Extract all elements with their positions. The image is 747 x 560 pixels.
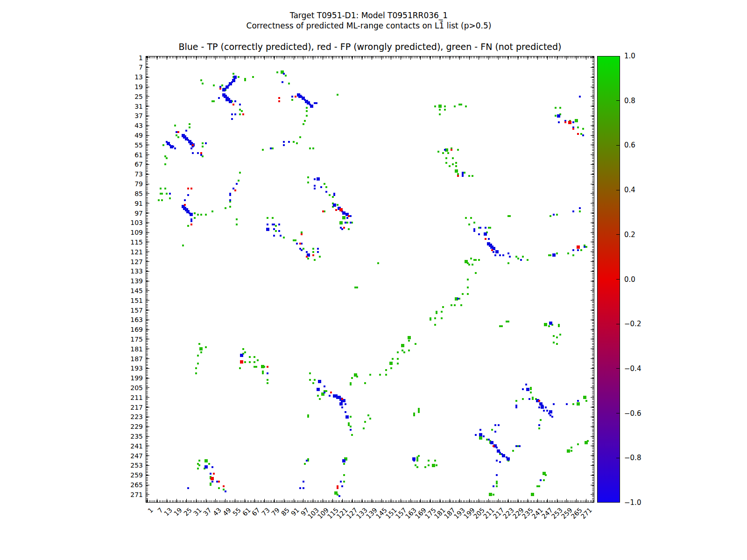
- x-major-tick: [294, 56, 294, 60]
- x-major-tick: [566, 56, 567, 60]
- data-point-tp_blue: [205, 142, 207, 144]
- data-point-tp_blue: [282, 81, 283, 83]
- data-point-tp_blue: [324, 385, 325, 387]
- data-point-fn_green: [177, 136, 179, 138]
- data-point-fn_green: [367, 414, 369, 416]
- data-point-tp_blue: [190, 213, 193, 216]
- data-point-fp_red: [211, 477, 214, 480]
- x-major-tick: [401, 56, 401, 60]
- data-point-tp_blue: [493, 485, 494, 487]
- data-point-fp_red: [330, 392, 332, 393]
- data-point-fn_green: [164, 163, 166, 165]
- data-point-tp_blue: [267, 224, 268, 225]
- y-tick-label: 205: [110, 384, 143, 392]
- data-point-fn_green: [262, 372, 264, 374]
- data-point-tp_blue: [218, 97, 220, 99]
- data-point-tp_blue: [526, 388, 529, 391]
- data-point-tp_blue: [291, 96, 293, 98]
- y-tick-label: 1: [110, 54, 143, 62]
- data-point-fn_green: [439, 113, 441, 115]
- data-point-tp_blue: [190, 147, 192, 149]
- data-point-tp_blue: [283, 141, 285, 143]
- data-point-fp_red: [337, 487, 338, 489]
- minor-ticks-top: [146, 56, 594, 58]
- data-point-tp_blue: [317, 251, 319, 253]
- data-point-fn_green: [198, 464, 200, 466]
- x-major-tick: [186, 56, 187, 60]
- y-major-tick: [146, 164, 149, 165]
- x-major-tick: [518, 56, 518, 60]
- data-point-tp_blue: [240, 354, 243, 357]
- data-point-fn_green: [369, 418, 371, 420]
- data-point-fn_green: [507, 262, 509, 264]
- data-point-fn_green: [307, 416, 309, 418]
- y-major-tick: [146, 320, 149, 320]
- data-point-fn_green: [307, 182, 309, 183]
- y-tick-label: 163: [110, 315, 143, 324]
- x-major-tick: [557, 499, 557, 502]
- x-major-tick: [479, 499, 479, 502]
- data-point-fn_green: [257, 359, 259, 361]
- data-point-fn_green: [527, 259, 529, 261]
- y-major-tick: [146, 368, 149, 369]
- data-point-tp_blue: [350, 222, 352, 224]
- y-major-tick: [591, 290, 594, 291]
- data-point-fn_green: [288, 83, 290, 84]
- data-point-fn_green: [293, 141, 295, 143]
- data-point-tp_blue: [484, 232, 487, 236]
- data-point-fp_red: [301, 233, 303, 235]
- data-point-tp_blue: [579, 96, 581, 98]
- y-tick-label: 133: [110, 267, 143, 275]
- y-major-tick: [591, 87, 594, 87]
- data-point-fn_green: [356, 287, 358, 288]
- data-point-tp_blue: [187, 194, 189, 196]
- data-point-fn_green: [197, 468, 199, 469]
- y-major-tick: [591, 417, 594, 417]
- y-tick-label: 247: [110, 452, 143, 460]
- data-point-fn_green: [575, 119, 578, 122]
- x-major-tick: [440, 56, 440, 60]
- y-major-tick: [146, 67, 149, 68]
- x-major-tick: [352, 56, 352, 60]
- data-point-fn_green: [239, 113, 241, 115]
- y-major-tick: [591, 57, 594, 58]
- data-point-fp_red: [295, 96, 296, 98]
- data-point-fp_red: [187, 188, 189, 189]
- data-point-fp_red: [538, 400, 540, 402]
- data-point-tp_blue: [211, 481, 213, 483]
- y-tick-label: 31: [110, 102, 143, 111]
- data-point-fn_green: [319, 256, 321, 258]
- data-point-fn_green: [213, 84, 215, 86]
- data-point-fn_green: [197, 214, 199, 216]
- data-point-fn_green: [324, 183, 325, 185]
- data-point-fn_green: [307, 176, 309, 178]
- data-point-fn_green: [351, 377, 353, 379]
- y-major-tick: [146, 213, 149, 213]
- y-tick-label: 61: [110, 151, 143, 159]
- data-point-fn_green: [337, 204, 338, 206]
- y-major-tick: [146, 242, 149, 242]
- x-major-tick: [528, 499, 528, 502]
- data-point-fn_green: [538, 485, 540, 487]
- data-point-fn_green: [436, 464, 437, 466]
- axes-legend-title: Blue - TP (correctly predicted), red - F…: [146, 42, 594, 52]
- data-point-fn_green: [434, 460, 436, 462]
- y-major-tick: [146, 261, 149, 262]
- y-tick-label: 193: [110, 364, 143, 372]
- data-point-fn_green: [267, 382, 268, 384]
- y-major-tick: [591, 320, 594, 320]
- y-major-tick: [591, 446, 594, 446]
- data-point-tp_blue: [342, 211, 345, 215]
- y-tick-label: 115: [110, 238, 143, 246]
- y-major-tick: [591, 67, 594, 68]
- x-major-tick: [410, 499, 411, 502]
- data-point-fn_green: [489, 493, 492, 496]
- data-point-fn_green: [468, 224, 470, 225]
- data-point-fn_green: [283, 237, 285, 238]
- data-point-fn_green: [303, 248, 304, 250]
- data-point-fn_green: [432, 464, 435, 467]
- data-point-fn_green: [276, 71, 278, 73]
- data-point-tp_blue: [540, 479, 542, 481]
- data-point-tp_blue: [552, 253, 556, 257]
- data-point-fn_green: [244, 351, 246, 353]
